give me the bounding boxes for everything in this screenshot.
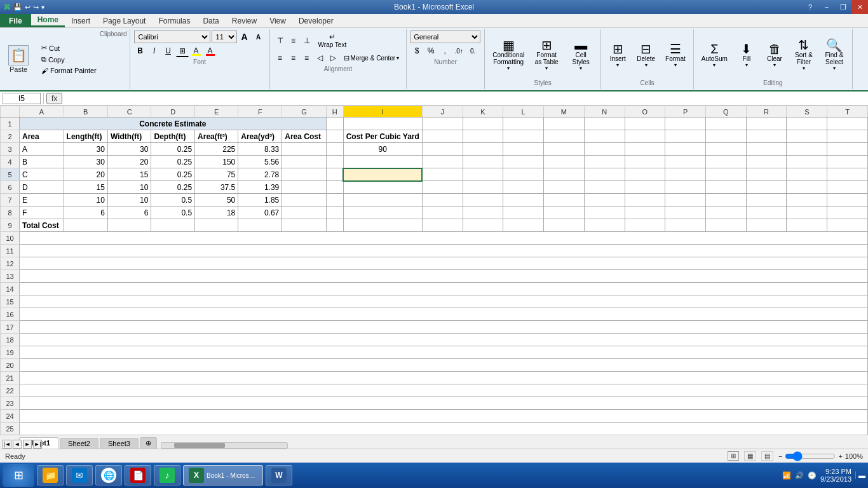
format-painter-button[interactable]: 🖌 Format Painter: [38, 65, 100, 76]
cell-O2[interactable]: [625, 130, 665, 143]
bold-button[interactable]: B: [134, 44, 147, 57]
cell-H6[interactable]: [326, 181, 343, 194]
percent-button[interactable]: %: [424, 44, 437, 57]
clear-dropdown[interactable]: ▾: [773, 62, 776, 68]
font-size-select[interactable]: 89101112: [212, 30, 237, 43]
zoom-slider[interactable]: [785, 451, 836, 461]
cell-O1[interactable]: [625, 118, 665, 130]
cell-G3[interactable]: [282, 143, 326, 156]
cell-L3[interactable]: [503, 143, 544, 156]
cell-P9[interactable]: [665, 219, 706, 232]
quick-access-save[interactable]: 💾: [13, 3, 22, 11]
cell-K6[interactable]: [463, 181, 503, 194]
cell-Q7[interactable]: [705, 194, 746, 207]
cell-I2[interactable]: Cost Per Cubic Yard: [343, 130, 422, 143]
cell-R2[interactable]: [746, 130, 787, 143]
cell-N9[interactable]: [584, 219, 625, 232]
cell-R8[interactable]: [746, 207, 787, 219]
paste-button[interactable]: 📋 Paste: [3, 30, 34, 88]
merge-dropdown-icon[interactable]: ▾: [397, 55, 399, 61]
cell-F4[interactable]: 5.56: [238, 156, 282, 168]
grow-font-button[interactable]: A: [238, 30, 251, 43]
cell-P7[interactable]: [665, 194, 706, 207]
cell-A6[interactable]: D: [20, 181, 64, 194]
cell-E4[interactable]: 150: [195, 156, 238, 168]
fill-dropdown[interactable]: ▾: [745, 62, 748, 68]
format-button[interactable]: ☰ Format ▾: [661, 40, 689, 71]
cell-S7[interactable]: [787, 194, 827, 207]
cell-G5[interactable]: [282, 168, 326, 181]
cell-R3[interactable]: [746, 143, 787, 156]
cell-K8[interactable]: [463, 207, 503, 219]
cell-Q9[interactable]: [705, 219, 746, 232]
cell-styles-button[interactable]: ▬ CellStyles ▾: [565, 36, 597, 74]
view-menu[interactable]: View: [263, 14, 292, 27]
sheet-tab-2[interactable]: Sheet2: [60, 438, 98, 449]
taskbar-chrome[interactable]: 🌐: [95, 465, 122, 485]
cell-N2[interactable]: [584, 130, 625, 143]
cell-H2[interactable]: [326, 130, 343, 143]
align-right-button[interactable]: ≡: [301, 51, 313, 64]
sheet-nav-first[interactable]: |◄: [3, 440, 11, 449]
sheet-nav-next[interactable]: ►: [23, 440, 32, 449]
col-header-S[interactable]: S: [787, 106, 827, 118]
col-header-E[interactable]: E: [195, 106, 238, 118]
cell-A9[interactable]: Total Cost: [20, 219, 64, 232]
cell-N1[interactable]: [584, 118, 625, 130]
show-desktop-button[interactable]: ▬: [855, 471, 865, 479]
insert-button[interactable]: ⊞ Insert ▾: [605, 40, 630, 71]
format-table-button[interactable]: ⊞ Formatas Table ▾: [531, 36, 562, 74]
cell-P4[interactable]: [665, 156, 706, 168]
cell-N7[interactable]: [584, 194, 625, 207]
cell-J5[interactable]: [422, 168, 463, 181]
quick-access-undo[interactable]: ↩: [25, 3, 31, 11]
cell-C2[interactable]: Width(ft): [107, 130, 151, 143]
col-header-A[interactable]: A: [20, 106, 64, 118]
review-menu[interactable]: Review: [226, 14, 263, 27]
cell-R5[interactable]: [746, 168, 787, 181]
cell-H4[interactable]: [326, 156, 343, 168]
taskbar-spotify[interactable]: ♪: [154, 465, 180, 485]
cell-H1[interactable]: [326, 118, 343, 130]
cell-N8[interactable]: [584, 207, 625, 219]
cell-P1[interactable]: [665, 118, 706, 130]
conditional-formatting-dropdown[interactable]: ▾: [507, 65, 510, 71]
cell-M8[interactable]: [544, 207, 585, 219]
autosum-dropdown[interactable]: ▾: [713, 62, 715, 68]
cell-M5[interactable]: [544, 168, 585, 181]
decrease-decimal-button[interactable]: 0.: [466, 44, 479, 57]
cell-A4[interactable]: B: [20, 156, 64, 168]
row-header-9[interactable]: 9: [1, 219, 20, 232]
cell-R4[interactable]: [746, 156, 787, 168]
col-header-B[interactable]: B: [64, 106, 107, 118]
clear-button[interactable]: 🗑 Clear ▾: [762, 40, 787, 71]
cell-L7[interactable]: [503, 194, 544, 207]
close-button[interactable]: ✕: [851, 0, 868, 14]
cell-L5[interactable]: [503, 168, 544, 181]
home-menu[interactable]: Home: [31, 14, 65, 27]
cell-T9[interactable]: [827, 219, 868, 232]
cell-T7[interactable]: [827, 194, 868, 207]
format-dropdown[interactable]: ▾: [674, 62, 677, 68]
insert-menu[interactable]: Insert: [65, 14, 97, 27]
underline-button[interactable]: U: [162, 44, 175, 57]
cell-M7[interactable]: [544, 194, 585, 207]
cell-I4[interactable]: [343, 156, 422, 168]
find-select-button[interactable]: 🔍 Find &Select ▾: [820, 36, 848, 74]
cell-N6[interactable]: [584, 181, 625, 194]
cell-G7[interactable]: [282, 194, 326, 207]
cell-H9[interactable]: [326, 219, 343, 232]
cell-H7[interactable]: [326, 194, 343, 207]
cell-J1[interactable]: [422, 118, 463, 130]
cell-G2[interactable]: Area Cost: [282, 130, 326, 143]
cell-D3[interactable]: 0.25: [151, 143, 195, 156]
cell-Q6[interactable]: [705, 181, 746, 194]
align-middle-button[interactable]: ≡: [287, 34, 300, 47]
cell-B3[interactable]: 30: [64, 143, 107, 156]
cell-Q5[interactable]: [705, 168, 746, 181]
row-header-4[interactable]: 4: [1, 156, 20, 168]
start-button[interactable]: ⊞: [3, 464, 34, 487]
merge-center-button[interactable]: ⊟ Merge & Center ▾: [341, 52, 403, 64]
cell-A7[interactable]: E: [20, 194, 64, 207]
cell-D9[interactable]: [151, 219, 195, 232]
